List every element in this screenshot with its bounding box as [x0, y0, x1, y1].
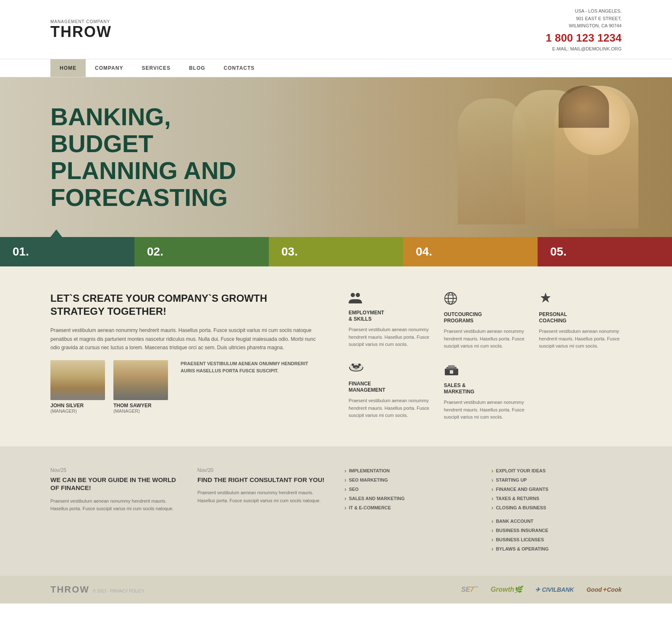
hero-section: BANKING, BUDGET PLANNING AND FORECASTING: [0, 77, 672, 237]
finance-icon: [349, 363, 431, 377]
team-member-1: JOHN SILVER (MANAGER): [50, 360, 105, 414]
footer-logo-area: THROW © 2013 PRIVACY POLICY: [50, 584, 144, 595]
service-title-1: EMPLOYMENT& SKILLS: [349, 310, 431, 323]
brand-growth: Growth🌿: [491, 585, 522, 593]
employment-icon: [349, 292, 431, 306]
logo-main: THROW: [50, 24, 112, 40]
main-headline: LET`S CREATE YOUR COMPANY`S GROWTH STRAT…: [50, 292, 323, 318]
footer-links-3: IMPLEMENTATION SEO MARKETING SEO SALES A…: [344, 467, 475, 511]
footer-col-4: EXPLOIT YOUR IDEAS STARTING UP FINANCE A…: [491, 467, 622, 555]
nav-item-contacts[interactable]: CONTACTS: [215, 59, 264, 77]
footer-link-sales-marketing[interactable]: SALES AND MARKETING: [344, 495, 475, 502]
svg-point-10: [352, 364, 354, 366]
brand-seo: SE7™: [461, 585, 478, 593]
service-desc-2: Praesent vestibulum aenean nonummy hendr…: [444, 328, 527, 350]
footer-link-bylaws[interactable]: BYLAWS & OPERATING: [491, 545, 622, 552]
hero-text: BANKING, BUDGET PLANNING AND FORECASTING: [0, 103, 236, 211]
services-grid: EMPLOYMENT& SKILLS Praesent vestibulum a…: [349, 292, 622, 421]
footer-date-1: Nov/25: [50, 467, 181, 473]
svg-rect-15: [448, 365, 455, 368]
service-desc-1: Praesent vestibulum aenean nonummy hendr…: [349, 326, 431, 348]
service-title-3: PERSONALCOACHING: [539, 311, 622, 324]
photo-john-silver: [50, 360, 105, 400]
footer-link-starting-up[interactable]: STARTING UP: [491, 477, 622, 483]
service-title-5: SALES &MARKETING: [444, 382, 527, 395]
footer-copyright: © 2013: [93, 589, 106, 593]
coaching-icon: [539, 292, 622, 308]
svg-point-12: [355, 367, 357, 369]
tab-04[interactable]: 04.: [403, 237, 538, 266]
footer-privacy[interactable]: PRIVACY POLICY: [110, 589, 144, 593]
footer-link-implementation[interactable]: IMPLEMENTATION: [344, 467, 475, 474]
footer-link-finance-grants[interactable]: FINANCE AND GRANTS: [491, 486, 622, 493]
footer-col-2: Nov/20 FIND THE RIGHT CONSULTANT FOR YOU…: [197, 467, 328, 555]
sales-icon: [444, 363, 527, 379]
footer-date-2: Nov/20: [197, 467, 328, 473]
svg-point-11: [358, 364, 361, 366]
nav-item-company[interactable]: COMPANY: [86, 59, 132, 77]
service-employment: EMPLOYMENT& SKILLS Praesent vestibulum a…: [349, 292, 431, 350]
nav-item-services[interactable]: SERVICES: [132, 59, 179, 77]
brand-civilbank: ✈ CIVILBANK: [535, 586, 574, 593]
footer-title-1: WE CAN BE YOUR GUIDE IN THE WORLD OF FIN…: [50, 476, 181, 492]
footer-link-exploit[interactable]: EXPLOIT YOUR IDEAS: [491, 467, 622, 474]
svg-point-0: [351, 293, 355, 297]
team-role-2: (MANAGER): [113, 408, 168, 414]
team-name-2: THOM SAWYER: [113, 403, 168, 408]
phone-number[interactable]: 1 800 123 1234: [546, 32, 622, 45]
footer-links-4: EXPLOIT YOUR IDEAS STARTING UP FINANCE A…: [491, 467, 622, 511]
footer-link-insurance[interactable]: BUSINESS INSURANCE: [491, 527, 622, 534]
service-coaching: PERSONALCOACHING Praesent vestibulum aen…: [539, 292, 622, 350]
team-name-1: JOHN SILVER: [50, 403, 105, 408]
service-finance: FINANCEMANAGEMENT Praesent vestibulum ae…: [349, 363, 431, 421]
address: USA - LOS ANGELES, 901 EAST E STREET, WI…: [546, 8, 622, 30]
outcourcing-icon: [444, 292, 527, 308]
footer-col-1: Nov/25 WE CAN BE YOUR GUIDE IN THE WORLD…: [50, 467, 181, 555]
nav-item-blog[interactable]: BLOG: [180, 59, 215, 77]
contact-info: USA - LOS ANGELES, 901 EAST E STREET, WI…: [546, 8, 622, 51]
service-desc-3: Praesent vestibulum aenean nonummy hendr…: [539, 328, 622, 350]
service-title-2: OUTCOURCINGPROGRAMS: [444, 311, 527, 324]
footer-link-closing[interactable]: CLOSING A BUSINESS: [491, 504, 622, 511]
numbered-tabs: 01. 02. 03. 04. 05.: [0, 237, 672, 266]
service-sales: SALES &MARKETING Praesent vestibulum aen…: [444, 363, 527, 421]
footer-col-3: IMPLEMENTATION SEO MARKETING SEO SALES A…: [344, 467, 475, 555]
footer-link-bank[interactable]: BANK ACCOUNT: [491, 518, 622, 524]
email-address[interactable]: E-MAIL: MAIL@DEMOLINK.ORG: [546, 46, 622, 51]
svg-point-1: [356, 293, 360, 297]
left-content: LET`S CREATE YOUR COMPANY`S GROWTH STRAT…: [50, 292, 323, 421]
service-desc-5: Praesent vestibulum aenean nonummy hendr…: [444, 399, 527, 421]
footer-brands: SE7™ Growth🌿 ✈ CIVILBANK Good✦Cook: [461, 585, 622, 593]
footer-top: Nov/25 WE CAN BE YOUR GUIDE IN THE WORLD…: [0, 446, 672, 576]
footer-links-5: BANK ACCOUNT BUSINESS INSURANCE BUSINESS…: [491, 518, 622, 552]
brand-goodcook: Good✦Cook: [586, 586, 622, 593]
hero-image: [269, 77, 672, 237]
main-nav: HOME COMPANY SERVICES BLOG CONTACTS: [0, 59, 672, 77]
quote-text: PRAESENT VESTIBULUM AENEAN ONUMMY HENDRE…: [181, 360, 323, 414]
tab-05[interactable]: 05.: [538, 237, 672, 266]
footer-link-seo-marketing[interactable]: SEO MARKETING: [344, 477, 475, 483]
service-desc-4: Praesent vestibulum aenean nonummy hendr…: [349, 397, 431, 419]
footer-link-taxes[interactable]: TAXES & RETURNS: [491, 495, 622, 502]
main-body: Praesent vestibulum aenean nonummy hendr…: [50, 326, 323, 352]
photo-thom-sawyer: [113, 360, 168, 400]
main-section: LET`S CREATE YOUR COMPANY`S GROWTH STRAT…: [0, 266, 672, 446]
footer-bottom: THROW © 2013 PRIVACY POLICY SE7™ Growth🌿…: [0, 576, 672, 603]
footer-body-1: Praesent vestibulum aenean nonummy hendr…: [50, 497, 181, 513]
hero-arrow-icon: [50, 229, 62, 237]
footer-link-seo[interactable]: SEO: [344, 486, 475, 493]
logo-area: MANAGEMENT COMPANY THROW: [50, 19, 112, 40]
tab-03[interactable]: 03.: [269, 237, 403, 266]
team-member-2: THOM SAWYER (MANAGER): [113, 360, 168, 414]
nav-item-home[interactable]: HOME: [50, 59, 86, 77]
footer-link-it-ecommerce[interactable]: IT & E-COMMERCE: [344, 504, 475, 511]
team-role-1: (MANAGER): [50, 408, 105, 414]
team-photos: JOHN SILVER (MANAGER) THOM SAWYER (MANAG…: [50, 360, 323, 414]
footer-logo: THROW: [50, 584, 89, 595]
footer-link-licenses[interactable]: BUSINESS LICENSES: [491, 536, 622, 543]
service-outcourcing: OUTCOURCINGPROGRAMS Praesent vestibulum …: [444, 292, 527, 350]
hero-headline: BANKING, BUDGET PLANNING AND FORECASTING: [50, 103, 236, 211]
footer-title-2: FIND THE RIGHT CONSULTANT FOR YOU!: [197, 476, 328, 484]
tab-01[interactable]: 01.: [0, 237, 134, 266]
tab-02[interactable]: 02.: [134, 237, 269, 266]
